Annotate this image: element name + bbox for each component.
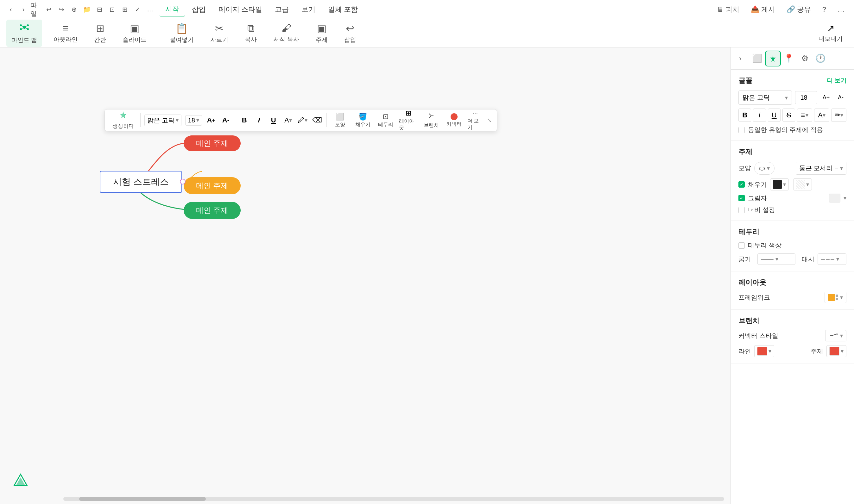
strikethrough-btn[interactable]: S bbox=[782, 109, 795, 122]
toolbar-copy[interactable]: ⧉ 복사 bbox=[240, 20, 262, 46]
panel-tab-location[interactable]: 📍 bbox=[781, 51, 797, 67]
float-underline-btn[interactable]: U bbox=[268, 115, 279, 126]
width-checkbox[interactable] bbox=[738, 207, 745, 213]
shape-select-dropdown[interactable]: ⬭ ▾ bbox=[754, 162, 774, 175]
text-color-icon: A bbox=[818, 111, 823, 119]
toolbar-kanban[interactable]: ⊞ 칸반 bbox=[89, 20, 111, 47]
central-node[interactable]: 시험 스트레스 bbox=[100, 171, 182, 193]
float-erase-btn[interactable]: ⌫ bbox=[312, 115, 323, 126]
menu-item-view[interactable]: 보기 bbox=[296, 3, 321, 16]
panel-tab-gear[interactable]: ⚙ bbox=[797, 51, 813, 67]
post-btn[interactable]: 📤 게시 bbox=[746, 3, 780, 16]
toolbar-insert[interactable]: ↩ 삽입 bbox=[339, 20, 361, 47]
open-btn[interactable]: 📁 bbox=[81, 4, 92, 15]
float-shape-btn[interactable]: ⬜ 모양 bbox=[331, 112, 350, 128]
font-size-input[interactable] bbox=[795, 91, 817, 104]
float-size-down-btn[interactable]: A- bbox=[221, 115, 231, 126]
scrollbar-thumb[interactable] bbox=[79, 497, 206, 501]
fill-color-btn[interactable]: ▾ bbox=[770, 178, 789, 191]
font-name-dropdown[interactable]: 맑은 고딕 ▾ bbox=[738, 90, 792, 105]
menu-item-all-include[interactable]: 일체 포함 bbox=[323, 3, 364, 16]
float-branch-btn[interactable]: 브랜치 bbox=[422, 112, 441, 128]
nav-back-btn[interactable]: ‹ bbox=[5, 4, 16, 15]
more-nav-btn[interactable]: … bbox=[144, 4, 156, 15]
menu-item-advanced[interactable]: 고급 bbox=[269, 3, 295, 16]
topic-color-dropdown[interactable]: ▾ bbox=[826, 345, 847, 357]
float-layout-btn[interactable]: ⊞ 레이아웃 bbox=[399, 112, 418, 128]
toolbar-outline[interactable]: ≡ 아웃라인 bbox=[49, 20, 83, 46]
toolbar-style-copy[interactable]: 🖌 서식 복사 bbox=[268, 20, 304, 46]
menu-item-page-style[interactable]: 페이지 스타일 bbox=[213, 3, 268, 16]
float-border-btn[interactable]: ⊡ 테두리 bbox=[376, 112, 395, 128]
fill-color2-btn[interactable]: ▾ bbox=[793, 178, 812, 191]
float-connector-btn[interactable]: 커넥터 bbox=[445, 112, 464, 128]
toolbar-paste[interactable]: 📋 붙여넣기 bbox=[165, 20, 199, 47]
red-topic-node[interactable]: 메인 주제 bbox=[184, 136, 241, 151]
topic-branch-label: 주제 bbox=[811, 347, 823, 356]
float-fill-btn[interactable]: 🪣 채우기 bbox=[353, 112, 372, 128]
print-btn[interactable]: ⊡ bbox=[106, 4, 118, 15]
canvas-area[interactable]: 생성하다 맑은 고딕 ▾ 18 ▾ A+ A- B I U bbox=[0, 48, 731, 504]
green-topic-node[interactable]: 메인 주제 bbox=[184, 202, 241, 219]
border-color-checkbox[interactable] bbox=[738, 242, 745, 249]
shadow-color-btn[interactable] bbox=[829, 194, 840, 202]
pitch-btn[interactable]: 🖥 피치 bbox=[712, 3, 744, 16]
apply-checkbox[interactable] bbox=[738, 127, 745, 133]
layout-framework-dropdown[interactable]: ▾ bbox=[824, 292, 847, 303]
align-btn[interactable]: ≡ ▾ bbox=[797, 109, 812, 122]
share-btn[interactable]: 🔗 공유 bbox=[782, 3, 815, 16]
file-label[interactable]: 파일 bbox=[30, 4, 42, 15]
border-thickness-dropdown[interactable]: ▾ bbox=[757, 253, 796, 265]
resize-handle[interactable]: ⤡ bbox=[487, 117, 492, 124]
toolbar-mindmap[interactable]: 마인드 맵 bbox=[6, 20, 42, 47]
toolbar-topic[interactable]: ▣ 주제 bbox=[311, 20, 333, 47]
export-btn[interactable]: ↗ 내보내기 bbox=[814, 21, 848, 46]
checkmark-btn[interactable]: ✓ bbox=[132, 4, 143, 15]
export-btn[interactable]: ⊞ bbox=[119, 4, 130, 15]
menu-item-start[interactable]: 시작 bbox=[160, 2, 185, 16]
panel-tab-node[interactable]: ⬜ bbox=[749, 51, 765, 67]
float-highlight-btn[interactable]: 🖊 ▾ bbox=[297, 115, 308, 126]
corner-select-dropdown[interactable]: 둥근 모서리 ⌐ ▾ bbox=[796, 162, 847, 175]
toolbar-cut[interactable]: ✂ 자르기 bbox=[205, 20, 233, 47]
font-more-link[interactable]: 더 보기 bbox=[827, 76, 847, 85]
connector-style-dropdown[interactable]: ▾ bbox=[825, 330, 847, 341]
panel-tab-clock[interactable]: 🕐 bbox=[813, 51, 829, 67]
undo-btn[interactable]: ↩ bbox=[43, 4, 54, 15]
nav-forward-btn[interactable]: › bbox=[18, 4, 29, 15]
size-down-btn[interactable]: A- bbox=[835, 92, 847, 104]
redo-btn[interactable]: ↪ bbox=[56, 4, 67, 15]
size-up-btn[interactable]: A+ bbox=[820, 92, 832, 104]
float-italic-btn[interactable]: I bbox=[254, 115, 264, 126]
more-menu-btn[interactable]: … bbox=[833, 3, 849, 16]
float-font-color-btn[interactable]: A ▾ bbox=[283, 115, 294, 126]
mindmap-icon bbox=[19, 22, 30, 35]
float-more-btn[interactable]: ··· 더 보기 bbox=[467, 112, 483, 128]
panel-collapse-btn[interactable]: › bbox=[734, 52, 747, 65]
connection-point[interactable] bbox=[180, 179, 186, 184]
panel-tab-sparkle[interactable] bbox=[765, 51, 781, 67]
toolbar-slide[interactable]: ▣ 슬라이드 bbox=[118, 20, 152, 47]
underline-btn[interactable]: U bbox=[768, 109, 781, 122]
copy-doc-btn[interactable]: ⊟ bbox=[94, 4, 105, 15]
float-font-select[interactable]: 맑은 고딕 ▾ bbox=[144, 114, 181, 126]
ai-generate-btn[interactable]: 생성하다 bbox=[110, 109, 137, 131]
text-color-btn[interactable]: A ▾ bbox=[814, 109, 829, 122]
highlight-btn[interactable]: ✏ ▾ bbox=[831, 109, 847, 122]
float-bold-btn[interactable]: B bbox=[239, 115, 250, 126]
new-btn[interactable]: ⊕ bbox=[68, 4, 80, 15]
bold-btn[interactable]: B bbox=[738, 109, 751, 122]
float-size-up-btn[interactable]: A+ bbox=[206, 115, 216, 126]
menu-item-insert[interactable]: 삽입 bbox=[186, 3, 211, 16]
help-btn[interactable]: ? bbox=[818, 3, 831, 16]
fill-checkbox[interactable]: ✓ bbox=[738, 181, 745, 187]
orange-topic-node[interactable]: 메인 주제 bbox=[184, 177, 241, 194]
float-size-select[interactable]: 18 ▾ bbox=[185, 115, 202, 126]
line-color-dropdown[interactable]: ▾ bbox=[754, 345, 774, 357]
horizontal-scrollbar[interactable] bbox=[63, 497, 724, 501]
border-dash-dropdown[interactable]: ▾ bbox=[818, 253, 847, 265]
shadow-checkbox[interactable]: ✓ bbox=[738, 195, 745, 201]
shape-label: 모양 bbox=[335, 122, 345, 128]
outline-icon: ≡ bbox=[63, 22, 69, 34]
italic-btn[interactable]: I bbox=[753, 109, 766, 122]
